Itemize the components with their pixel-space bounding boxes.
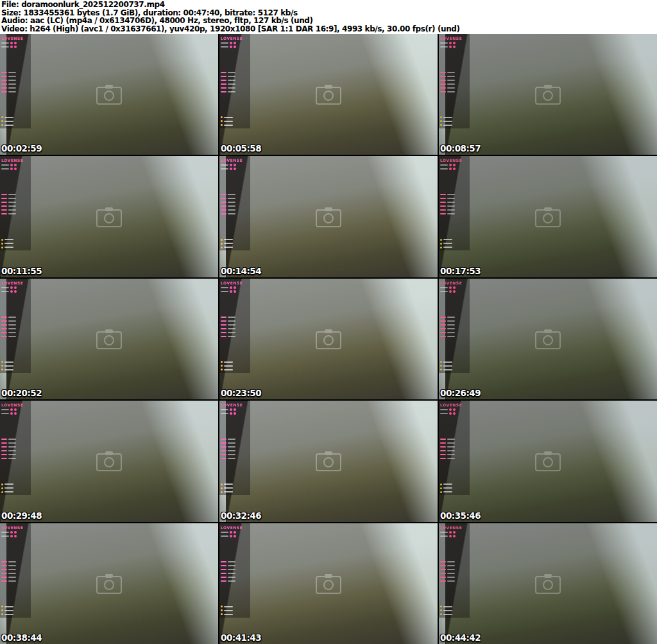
tip-menu-item xyxy=(221,324,249,326)
overlay-stat-row xyxy=(440,46,468,48)
video-thumbnail[interactable]: LOVENSE 00:41:43 xyxy=(219,523,438,644)
timestamp-overlay: 00:44:42 xyxy=(440,632,481,643)
tip-menu-item xyxy=(440,335,468,338)
tip-menu-overlay: LOVENSE xyxy=(439,156,470,250)
tip-menu-item xyxy=(1,71,30,74)
tip-menu-item xyxy=(440,331,468,334)
tip-menu-item xyxy=(221,335,249,338)
file-name-line: File: doramoonlurk_202512200737.mp4 xyxy=(1,1,656,9)
tip-menu-item xyxy=(1,205,30,207)
tip-menu-item xyxy=(221,87,249,89)
overlay-stat-row xyxy=(440,412,468,415)
tipper-row xyxy=(1,369,30,371)
tip-menu-overlay: LOVENSE xyxy=(439,523,470,618)
tip-menu-item xyxy=(1,561,30,563)
lovense-watermark: LOVENSE xyxy=(1,281,30,285)
tip-menu-item xyxy=(221,197,249,200)
tipper-row xyxy=(1,483,30,485)
overlay-stat-row xyxy=(1,286,30,289)
tip-menu-item xyxy=(221,91,249,93)
tip-menu-item xyxy=(440,87,468,89)
tipper-row xyxy=(440,246,468,248)
video-thumbnail[interactable]: LOVENSE 00:26:49 xyxy=(439,279,657,399)
tip-menu-item xyxy=(1,197,30,200)
tipper-row xyxy=(221,605,249,608)
tipper-row xyxy=(221,116,249,119)
video-thumbnail[interactable]: LOVENSE 00:08:57 xyxy=(439,34,657,155)
tip-menu-item xyxy=(440,572,468,575)
tip-menu-item xyxy=(440,561,468,563)
tip-menu-item xyxy=(440,71,468,74)
tip-menu-item xyxy=(440,316,468,318)
video-thumbnail[interactable]: LOVENSE 00:35:46 xyxy=(439,401,657,521)
lovense-watermark: LOVENSE xyxy=(1,36,30,40)
tip-menu-overlay: LOVENSE xyxy=(439,34,470,128)
tip-menu-item xyxy=(440,449,468,452)
image-placeholder: LOVENSE xyxy=(0,401,218,521)
tip-menu-item xyxy=(1,209,30,211)
tipper-row xyxy=(440,365,468,367)
tipper-row xyxy=(1,120,30,123)
tipper-row xyxy=(440,369,468,371)
tip-menu-item xyxy=(1,83,30,85)
tip-menu-item xyxy=(440,457,468,460)
tipper-row xyxy=(440,124,468,126)
tip-menu-item xyxy=(440,197,468,200)
tip-menu-item xyxy=(1,193,30,196)
image-placeholder: LOVENSE xyxy=(439,156,657,277)
tip-menu-item xyxy=(440,320,468,322)
video-contact-sheet: File: doramoonlurk_202512200737.mp4 Size… xyxy=(0,0,657,644)
lovense-watermark: LOVENSE xyxy=(440,403,468,407)
video-thumbnail[interactable]: LOVENSE 00:02:59 xyxy=(0,34,218,155)
tip-menu-item xyxy=(221,580,249,582)
video-thumbnail[interactable]: LOVENSE 00:14:54 xyxy=(219,156,438,277)
lovense-watermark: LOVENSE xyxy=(1,158,30,162)
tipper-row xyxy=(1,365,30,367)
overlay-stat-row xyxy=(440,535,468,537)
video-thumbnail[interactable]: LOVENSE 00:38:44 xyxy=(0,523,218,644)
lovense-watermark: LOVENSE xyxy=(221,525,249,530)
tip-menu-item xyxy=(221,320,249,322)
tip-menu-item xyxy=(221,75,249,78)
tip-menu-item xyxy=(221,438,249,440)
tip-menu-item xyxy=(221,201,249,204)
thumbnail-grid: LOVENSE 00:02:59 xyxy=(0,34,657,644)
tip-menu-overlay: LOVENSE xyxy=(439,279,470,373)
tip-menu-item xyxy=(221,71,249,74)
tipper-row xyxy=(440,120,468,123)
tip-menu-item xyxy=(221,193,249,196)
tip-menu-item xyxy=(1,201,30,204)
tip-menu-overlay: LOVENSE xyxy=(219,401,250,495)
tip-menu-item xyxy=(440,201,468,204)
video-thumbnail[interactable]: LOVENSE 00:20:52 xyxy=(0,279,218,399)
photo-placeholder-icon xyxy=(535,84,561,105)
tip-menu-item xyxy=(221,564,249,567)
video-thumbnail[interactable]: LOVENSE 00:05:58 xyxy=(219,34,438,155)
overlay-stat-row xyxy=(440,290,468,293)
overlay-stat-row xyxy=(221,531,249,534)
video-thumbnail[interactable]: LOVENSE 00:23:50 xyxy=(219,279,438,399)
overlay-stat-row xyxy=(1,531,30,534)
tip-menu-item xyxy=(221,209,249,211)
lovense-watermark: LOVENSE xyxy=(440,281,468,285)
tipper-row xyxy=(1,487,30,489)
video-thumbnail[interactable]: LOVENSE 00:32:46 xyxy=(219,401,438,521)
timestamp-overlay: 00:05:58 xyxy=(221,143,261,153)
tip-menu-item xyxy=(221,327,249,330)
tip-menu-item xyxy=(1,331,30,334)
tip-menu-item xyxy=(1,438,30,440)
video-thumbnail[interactable]: LOVENSE 00:17:53 xyxy=(439,156,657,277)
tip-menu-item xyxy=(440,75,468,78)
video-thumbnail[interactable]: LOVENSE 00:11:55 xyxy=(0,156,218,277)
overlay-stat-row xyxy=(1,168,30,170)
tipper-row xyxy=(440,609,468,612)
photo-placeholder-icon xyxy=(316,573,341,594)
tip-menu-item xyxy=(1,75,30,78)
lovense-watermark: LOVENSE xyxy=(440,525,468,530)
tipper-row xyxy=(221,483,249,485)
tip-menu-item xyxy=(440,213,468,215)
video-thumbnail[interactable]: LOVENSE 00:29:48 xyxy=(0,401,218,521)
lovense-watermark: LOVENSE xyxy=(440,158,468,162)
overlay-stat-row xyxy=(221,46,249,48)
video-thumbnail[interactable]: LOVENSE 00:44:42 xyxy=(439,523,657,644)
